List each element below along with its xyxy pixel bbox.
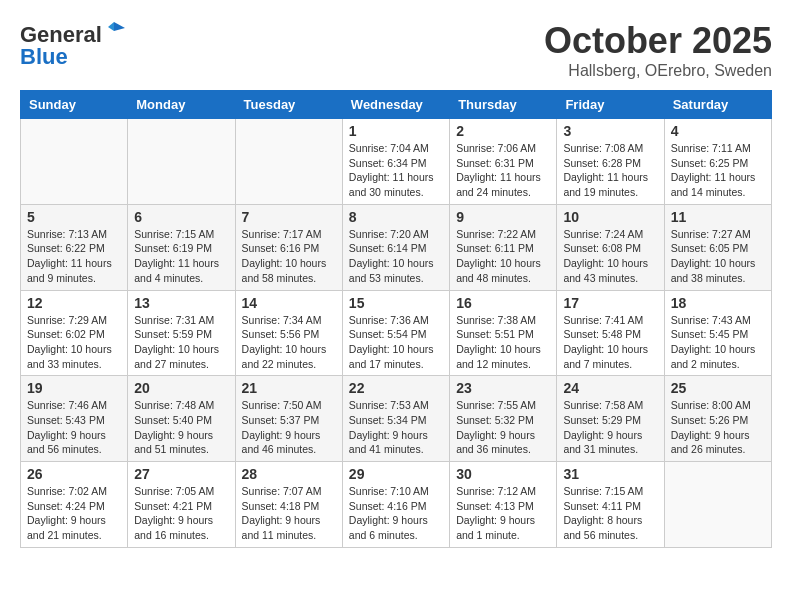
- day-number: 22: [349, 380, 443, 396]
- day-number: 27: [134, 466, 228, 482]
- day-info: Sunrise: 7:38 AM Sunset: 5:51 PM Dayligh…: [456, 313, 550, 372]
- day-info: Sunrise: 7:22 AM Sunset: 6:11 PM Dayligh…: [456, 227, 550, 286]
- calendar-cell: 21Sunrise: 7:50 AM Sunset: 5:37 PM Dayli…: [235, 376, 342, 462]
- day-number: 24: [563, 380, 657, 396]
- day-number: 11: [671, 209, 765, 225]
- calendar-cell: 16Sunrise: 7:38 AM Sunset: 5:51 PM Dayli…: [450, 290, 557, 376]
- day-number: 9: [456, 209, 550, 225]
- day-number: 30: [456, 466, 550, 482]
- day-info: Sunrise: 7:46 AM Sunset: 5:43 PM Dayligh…: [27, 398, 121, 457]
- month-title: October 2025: [544, 20, 772, 62]
- day-info: Sunrise: 7:34 AM Sunset: 5:56 PM Dayligh…: [242, 313, 336, 372]
- calendar-header-row: SundayMondayTuesdayWednesdayThursdayFrid…: [21, 91, 772, 119]
- weekday-header: Thursday: [450, 91, 557, 119]
- day-info: Sunrise: 7:55 AM Sunset: 5:32 PM Dayligh…: [456, 398, 550, 457]
- logo-blue-text: Blue: [20, 44, 68, 70]
- calendar-cell: 15Sunrise: 7:36 AM Sunset: 5:54 PM Dayli…: [342, 290, 449, 376]
- day-number: 1: [349, 123, 443, 139]
- day-info: Sunrise: 7:41 AM Sunset: 5:48 PM Dayligh…: [563, 313, 657, 372]
- day-number: 29: [349, 466, 443, 482]
- calendar-week-row: 1Sunrise: 7:04 AM Sunset: 6:34 PM Daylig…: [21, 119, 772, 205]
- calendar-cell: 4Sunrise: 7:11 AM Sunset: 6:25 PM Daylig…: [664, 119, 771, 205]
- day-info: Sunrise: 7:15 AM Sunset: 4:11 PM Dayligh…: [563, 484, 657, 543]
- svg-marker-0: [114, 22, 125, 31]
- day-info: Sunrise: 7:04 AM Sunset: 6:34 PM Dayligh…: [349, 141, 443, 200]
- day-number: 28: [242, 466, 336, 482]
- svg-marker-1: [108, 22, 114, 31]
- calendar-cell: 12Sunrise: 7:29 AM Sunset: 6:02 PM Dayli…: [21, 290, 128, 376]
- day-info: Sunrise: 7:05 AM Sunset: 4:21 PM Dayligh…: [134, 484, 228, 543]
- calendar-cell: 8Sunrise: 7:20 AM Sunset: 6:14 PM Daylig…: [342, 204, 449, 290]
- calendar-cell: 1Sunrise: 7:04 AM Sunset: 6:34 PM Daylig…: [342, 119, 449, 205]
- day-number: 25: [671, 380, 765, 396]
- calendar-cell: 3Sunrise: 7:08 AM Sunset: 6:28 PM Daylig…: [557, 119, 664, 205]
- day-number: 8: [349, 209, 443, 225]
- day-info: Sunrise: 7:11 AM Sunset: 6:25 PM Dayligh…: [671, 141, 765, 200]
- calendar-cell: 7Sunrise: 7:17 AM Sunset: 6:16 PM Daylig…: [235, 204, 342, 290]
- calendar-cell: 22Sunrise: 7:53 AM Sunset: 5:34 PM Dayli…: [342, 376, 449, 462]
- weekday-header: Friday: [557, 91, 664, 119]
- calendar-cell: 18Sunrise: 7:43 AM Sunset: 5:45 PM Dayli…: [664, 290, 771, 376]
- calendar-cell: 31Sunrise: 7:15 AM Sunset: 4:11 PM Dayli…: [557, 462, 664, 548]
- calendar-cell: 6Sunrise: 7:15 AM Sunset: 6:19 PM Daylig…: [128, 204, 235, 290]
- day-number: 6: [134, 209, 228, 225]
- day-number: 14: [242, 295, 336, 311]
- day-info: Sunrise: 7:07 AM Sunset: 4:18 PM Dayligh…: [242, 484, 336, 543]
- logo: General Blue: [20, 20, 126, 70]
- day-info: Sunrise: 7:50 AM Sunset: 5:37 PM Dayligh…: [242, 398, 336, 457]
- day-number: 5: [27, 209, 121, 225]
- weekday-header: Tuesday: [235, 91, 342, 119]
- calendar-cell: 19Sunrise: 7:46 AM Sunset: 5:43 PM Dayli…: [21, 376, 128, 462]
- calendar-cell: 26Sunrise: 7:02 AM Sunset: 4:24 PM Dayli…: [21, 462, 128, 548]
- day-number: 4: [671, 123, 765, 139]
- day-number: 16: [456, 295, 550, 311]
- day-info: Sunrise: 7:10 AM Sunset: 4:16 PM Dayligh…: [349, 484, 443, 543]
- logo-bird-icon: [103, 20, 125, 42]
- location-title: Hallsberg, OErebro, Sweden: [544, 62, 772, 80]
- weekday-header: Monday: [128, 91, 235, 119]
- day-info: Sunrise: 7:17 AM Sunset: 6:16 PM Dayligh…: [242, 227, 336, 286]
- calendar-week-row: 26Sunrise: 7:02 AM Sunset: 4:24 PM Dayli…: [21, 462, 772, 548]
- calendar-cell: [664, 462, 771, 548]
- day-info: Sunrise: 7:24 AM Sunset: 6:08 PM Dayligh…: [563, 227, 657, 286]
- calendar-cell: 30Sunrise: 7:12 AM Sunset: 4:13 PM Dayli…: [450, 462, 557, 548]
- calendar-cell: 13Sunrise: 7:31 AM Sunset: 5:59 PM Dayli…: [128, 290, 235, 376]
- weekday-header: Wednesday: [342, 91, 449, 119]
- day-info: Sunrise: 7:29 AM Sunset: 6:02 PM Dayligh…: [27, 313, 121, 372]
- calendar-week-row: 19Sunrise: 7:46 AM Sunset: 5:43 PM Dayli…: [21, 376, 772, 462]
- day-number: 15: [349, 295, 443, 311]
- calendar-cell: 25Sunrise: 8:00 AM Sunset: 5:26 PM Dayli…: [664, 376, 771, 462]
- calendar-table: SundayMondayTuesdayWednesdayThursdayFrid…: [20, 90, 772, 548]
- day-info: Sunrise: 7:13 AM Sunset: 6:22 PM Dayligh…: [27, 227, 121, 286]
- day-number: 23: [456, 380, 550, 396]
- day-info: Sunrise: 7:53 AM Sunset: 5:34 PM Dayligh…: [349, 398, 443, 457]
- day-number: 3: [563, 123, 657, 139]
- day-number: 26: [27, 466, 121, 482]
- calendar-cell: 20Sunrise: 7:48 AM Sunset: 5:40 PM Dayli…: [128, 376, 235, 462]
- day-info: Sunrise: 8:00 AM Sunset: 5:26 PM Dayligh…: [671, 398, 765, 457]
- day-info: Sunrise: 7:06 AM Sunset: 6:31 PM Dayligh…: [456, 141, 550, 200]
- day-info: Sunrise: 7:31 AM Sunset: 5:59 PM Dayligh…: [134, 313, 228, 372]
- calendar-cell: 24Sunrise: 7:58 AM Sunset: 5:29 PM Dayli…: [557, 376, 664, 462]
- day-number: 7: [242, 209, 336, 225]
- calendar-cell: [235, 119, 342, 205]
- calendar-cell: 14Sunrise: 7:34 AM Sunset: 5:56 PM Dayli…: [235, 290, 342, 376]
- calendar-cell: 27Sunrise: 7:05 AM Sunset: 4:21 PM Dayli…: [128, 462, 235, 548]
- title-block: October 2025 Hallsberg, OErebro, Sweden: [544, 20, 772, 80]
- day-number: 31: [563, 466, 657, 482]
- day-number: 2: [456, 123, 550, 139]
- day-number: 21: [242, 380, 336, 396]
- calendar-cell: 2Sunrise: 7:06 AM Sunset: 6:31 PM Daylig…: [450, 119, 557, 205]
- day-info: Sunrise: 7:15 AM Sunset: 6:19 PM Dayligh…: [134, 227, 228, 286]
- day-info: Sunrise: 7:08 AM Sunset: 6:28 PM Dayligh…: [563, 141, 657, 200]
- day-info: Sunrise: 7:12 AM Sunset: 4:13 PM Dayligh…: [456, 484, 550, 543]
- day-number: 10: [563, 209, 657, 225]
- day-info: Sunrise: 7:02 AM Sunset: 4:24 PM Dayligh…: [27, 484, 121, 543]
- calendar-cell: 17Sunrise: 7:41 AM Sunset: 5:48 PM Dayli…: [557, 290, 664, 376]
- calendar-cell: 28Sunrise: 7:07 AM Sunset: 4:18 PM Dayli…: [235, 462, 342, 548]
- day-number: 13: [134, 295, 228, 311]
- calendar-week-row: 12Sunrise: 7:29 AM Sunset: 6:02 PM Dayli…: [21, 290, 772, 376]
- calendar-cell: 29Sunrise: 7:10 AM Sunset: 4:16 PM Dayli…: [342, 462, 449, 548]
- weekday-header: Saturday: [664, 91, 771, 119]
- calendar-cell: 9Sunrise: 7:22 AM Sunset: 6:11 PM Daylig…: [450, 204, 557, 290]
